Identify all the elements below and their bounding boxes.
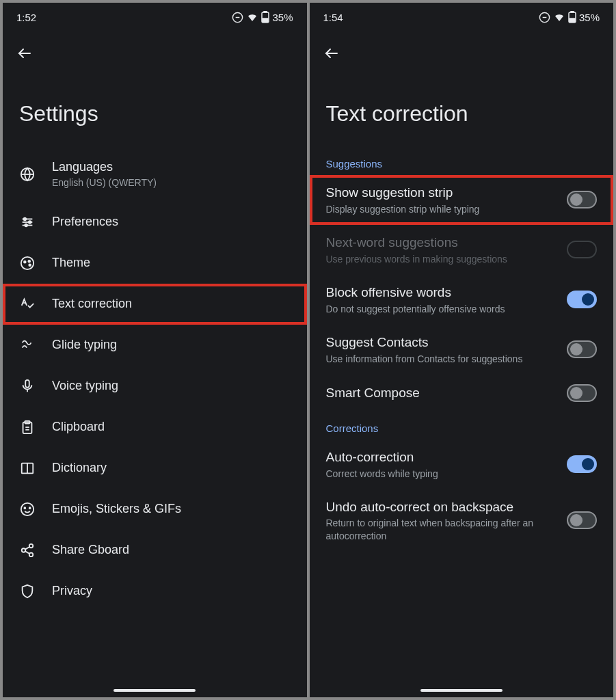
shield-icon xyxy=(19,583,36,600)
page-title: Settings xyxy=(3,67,307,147)
svg-point-11 xyxy=(24,217,27,220)
menu-label: Emojis, Stickers & GIFs xyxy=(52,501,291,517)
nav-bar[interactable] xyxy=(113,689,196,692)
menu-label: Text correction xyxy=(52,296,291,312)
menu-label: Dictionary xyxy=(52,460,291,476)
spellcheck-icon xyxy=(19,296,36,312)
section-header-corrections: Corrections xyxy=(310,412,614,440)
menu-item-text-correction[interactable]: Text correction xyxy=(3,284,307,325)
menu-label: Clipboard xyxy=(52,419,291,435)
menu-item-languages[interactable]: Languages English (US) (QWERTY) xyxy=(3,147,307,202)
svg-point-12 xyxy=(29,221,31,224)
svg-rect-37 xyxy=(570,18,575,22)
svg-point-17 xyxy=(29,264,31,266)
setting-next-word-suggestions: Next-word suggestions Use previous words… xyxy=(310,225,614,275)
setting-smart-compose[interactable]: Smart Compose xyxy=(310,375,614,412)
wifi-icon xyxy=(246,11,258,23)
status-bar: 1:52 35% xyxy=(3,3,307,29)
setting-sub: Correct words while typing xyxy=(326,468,557,480)
sliders-icon xyxy=(19,214,36,230)
toggle[interactable] xyxy=(567,340,597,358)
phone-left: 1:52 35% Settings Languages English (US)… xyxy=(3,3,307,697)
setting-undo-autocorrect[interactable]: Undo auto-correct on backspace Return to… xyxy=(310,489,614,552)
svg-line-32 xyxy=(25,551,29,554)
svg-point-30 xyxy=(29,552,34,556)
battery-percent: 35% xyxy=(579,12,600,23)
svg-rect-3 xyxy=(264,11,267,12)
svg-point-25 xyxy=(21,502,34,515)
nav-bar[interactable] xyxy=(420,689,503,692)
svg-point-29 xyxy=(22,548,26,552)
svg-point-26 xyxy=(24,507,25,509)
menu-label: Languages xyxy=(52,159,291,175)
menu-label: Preferences xyxy=(52,214,291,230)
svg-rect-18 xyxy=(25,379,29,387)
setting-sub: Display suggestion strip while typing xyxy=(326,203,557,215)
setting-suggest-contacts[interactable]: Suggest Contacts Use information from Co… xyxy=(310,325,614,375)
gesture-icon xyxy=(19,337,36,353)
setting-title: Smart Compose xyxy=(326,385,557,401)
menu-label: Share Gboard xyxy=(52,542,291,558)
svg-point-13 xyxy=(25,224,27,226)
svg-point-28 xyxy=(29,543,34,548)
svg-rect-36 xyxy=(571,11,574,12)
svg-line-31 xyxy=(25,547,29,550)
setting-sub: Do not suggest potentially offensive wor… xyxy=(326,303,557,315)
setting-title: Undo auto-correct on backspace xyxy=(326,499,557,515)
svg-rect-4 xyxy=(263,18,268,22)
setting-title: Show suggestion strip xyxy=(326,185,557,201)
setting-auto-correction[interactable]: Auto-correction Correct words while typi… xyxy=(310,440,614,489)
menu-item-emojis[interactable]: Emojis, Stickers & GIFs xyxy=(3,489,307,530)
status-time: 1:54 xyxy=(323,12,343,23)
toggle[interactable] xyxy=(567,291,597,308)
menu-label: Glide typing xyxy=(52,337,291,353)
battery-percent: 35% xyxy=(272,12,293,23)
back-button[interactable] xyxy=(11,40,38,67)
setting-title: Next-word suggestions xyxy=(326,234,557,251)
svg-point-16 xyxy=(28,260,30,262)
wifi-icon xyxy=(553,11,565,23)
setting-title: Block offensive words xyxy=(326,284,557,301)
share-icon xyxy=(19,542,36,558)
menu-item-glide-typing[interactable]: Glide typing xyxy=(3,325,307,366)
section-header-suggestions: Suggestions xyxy=(310,147,614,175)
menu-item-privacy[interactable]: Privacy xyxy=(3,571,307,612)
svg-point-27 xyxy=(29,507,31,509)
menu-label: Voice typing xyxy=(52,378,291,394)
svg-point-15 xyxy=(24,260,26,262)
globe-icon xyxy=(19,166,36,183)
setting-title: Suggest Contacts xyxy=(326,334,557,351)
status-bar: 1:54 35% xyxy=(310,3,614,29)
status-icons: 35% xyxy=(232,11,293,23)
menu-label: Privacy xyxy=(52,583,291,599)
phone-right: 1:54 35% Text correction Suggestions Sho… xyxy=(310,3,614,697)
menu-item-dictionary[interactable]: Dictionary xyxy=(3,448,307,489)
setting-show-suggestion-strip[interactable]: Show suggestion strip Display suggestion… xyxy=(310,175,614,225)
setting-title: Auto-correction xyxy=(326,449,557,466)
setting-block-offensive-words[interactable]: Block offensive words Do not suggest pot… xyxy=(310,275,614,325)
toggle[interactable] xyxy=(567,384,597,402)
status-time: 1:52 xyxy=(16,12,36,23)
menu-item-voice-typing[interactable]: Voice typing xyxy=(3,366,307,407)
palette-icon xyxy=(19,255,36,271)
battery-icon xyxy=(261,11,269,23)
page-title: Text correction xyxy=(310,67,614,147)
menu-item-clipboard[interactable]: Clipboard xyxy=(3,407,307,448)
toggle[interactable] xyxy=(567,511,597,529)
menu-label: Theme xyxy=(52,255,291,271)
battery-icon xyxy=(568,11,576,23)
setting-sub: Return to original text when backspacing… xyxy=(326,517,557,541)
dnd-icon xyxy=(539,12,550,23)
setting-sub: Use previous words in making suggestions xyxy=(326,253,557,265)
menu-item-preferences[interactable]: Preferences xyxy=(3,202,307,243)
menu-item-share[interactable]: Share Gboard xyxy=(3,530,307,571)
toggle xyxy=(567,241,597,258)
book-icon xyxy=(19,460,36,476)
toggle[interactable] xyxy=(567,455,597,473)
menu-item-theme[interactable]: Theme xyxy=(3,243,307,284)
back-button[interactable] xyxy=(318,40,345,67)
menu-sublabel: English (US) (QWERTY) xyxy=(52,176,291,189)
clipboard-icon xyxy=(19,419,36,435)
emoji-icon xyxy=(19,501,36,517)
toggle[interactable] xyxy=(567,191,597,208)
